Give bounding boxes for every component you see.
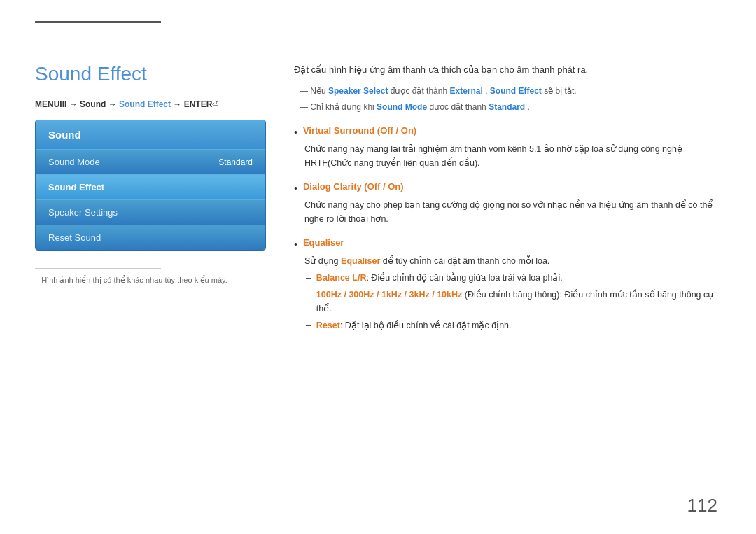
menu-path-suffix: → ENTER bbox=[171, 99, 212, 109]
note2-end: . bbox=[527, 102, 529, 112]
menu-path-highlight: Sound Effect bbox=[119, 99, 171, 109]
section-equaliser: • Equaliser Sử dụng Equaliser để tùy chỉ… bbox=[294, 236, 721, 335]
note1-mid: được đặt thành bbox=[391, 86, 450, 96]
eq-balance-label: Balance L/R bbox=[316, 273, 367, 283]
menu-path: MENUIII → Sound → Sound Effect → ENTER⏎ bbox=[35, 99, 266, 109]
menu-item-sound-effect-label: Sound Effect bbox=[48, 182, 104, 192]
menu-item-reset-sound-label: Reset Sound bbox=[48, 232, 101, 243]
sound-menu-title: Sound bbox=[36, 120, 265, 149]
menu-item-sound-mode-label: Sound Mode bbox=[48, 157, 100, 167]
eq-highlight: Equaliser bbox=[341, 256, 380, 266]
enter-icon: ⏎ bbox=[212, 100, 218, 108]
divider bbox=[35, 268, 161, 269]
bullet-virtual-surround: • Virtual Surround (Off / On) Chức năng … bbox=[294, 124, 721, 170]
menu-item-sound-mode[interactable]: Sound Mode Standard bbox=[36, 149, 265, 174]
note2-mid: được đặt thành bbox=[429, 102, 489, 112]
section-eq-title: Equaliser bbox=[303, 236, 721, 251]
note1-mid2: , bbox=[485, 86, 490, 96]
footnote: – Hình ảnh hiển thị có thể khác nhau tùy… bbox=[35, 276, 266, 285]
note2-before: Chỉ khả dụng khi bbox=[310, 102, 377, 112]
sub-dash-1: – bbox=[306, 271, 311, 285]
eq-sub-balance: – Balance L/R: Điều chỉnh độ cân bằng gi… bbox=[306, 271, 721, 285]
note1-before: Nếu bbox=[310, 86, 328, 96]
top-line-light bbox=[161, 22, 721, 22]
eq-freq-label: 100Hz / 300Hz / 1kHz / 3kHz / 10kHz bbox=[316, 290, 462, 300]
section-dc-title: Dialog Clarity (Off / On) bbox=[303, 180, 721, 195]
section-dialog-clarity: • Dialog Clarity (Off / On) Chức năng nà… bbox=[294, 180, 721, 226]
eq-sub-list: – Balance L/R: Điều chỉnh độ cân bằng gi… bbox=[306, 271, 721, 332]
bullet-dot-2: • bbox=[294, 181, 298, 196]
vs-title-text: Virtual Surround bbox=[303, 125, 377, 136]
section-eq-content: Equaliser Sử dụng Equaliser để tùy chỉnh… bbox=[303, 236, 721, 335]
eq-sub-freq: – 100Hz / 300Hz / 1kHz / 3kHz / 10kHz (Đ… bbox=[306, 288, 721, 316]
note1-bold2: External bbox=[449, 86, 482, 96]
intro-text: Đặt cấu hình hiệu ứng âm thanh ưa thích … bbox=[294, 63, 721, 78]
page-number: 112 bbox=[687, 495, 718, 517]
bullet-dialog-clarity: • Dialog Clarity (Off / On) Chức năng nà… bbox=[294, 180, 721, 226]
sub-dash-3: – bbox=[306, 318, 311, 332]
section-vs-body: Chức năng này mang lại trải nghiệm âm th… bbox=[304, 142, 721, 170]
sound-menu-box: Sound Sound Mode Standard Sound Effect S… bbox=[35, 120, 266, 251]
menu-item-sound-mode-value: Standard bbox=[218, 157, 253, 167]
eq-reset-text: Reset: Đặt lại bộ điều chỉnh về cài đặt … bbox=[316, 318, 512, 332]
menu-item-speaker-settings-label: Speaker Settings bbox=[48, 207, 118, 218]
menu-path-prefix: MENUIII → Sound → bbox=[35, 99, 119, 109]
eq-reset-label: Reset bbox=[316, 321, 340, 330]
menu-item-reset-sound[interactable]: Reset Sound bbox=[36, 225, 265, 250]
eq-sub-reset: – Reset: Đặt lại bộ điều chỉnh về cài đặ… bbox=[306, 318, 721, 332]
eq-freq-text: 100Hz / 300Hz / 1kHz / 3kHz / 10kHz (Điề… bbox=[316, 288, 721, 316]
dc-title-text: Dialog Clarity bbox=[303, 181, 364, 192]
left-column: Sound Effect MENUIII → Sound → Sound Eff… bbox=[35, 63, 266, 344]
section-eq-body: Sử dụng Equaliser để tùy chỉnh cài đặt â… bbox=[304, 254, 721, 268]
note-line-2: — Chỉ khả dụng khi Sound Mode được đặt t… bbox=[294, 101, 721, 114]
bullet-dot-3: • bbox=[294, 237, 298, 252]
section-vs-title: Virtual Surround (Off / On) bbox=[303, 124, 721, 139]
bullet-dot-1: • bbox=[294, 125, 298, 140]
note1-dash: — bbox=[300, 86, 310, 96]
note1-end: sẽ bị tắt. bbox=[544, 86, 576, 96]
note1-bold1: Speaker Select bbox=[328, 86, 388, 96]
sub-dash-2: – bbox=[306, 288, 311, 302]
section-dc-body: Chức năng này cho phép bạn tăng cường độ… bbox=[304, 198, 721, 226]
note1-highlight: Sound Effect bbox=[490, 86, 542, 96]
eq-title-text: Equaliser bbox=[303, 237, 344, 248]
page-title: Sound Effect bbox=[35, 63, 266, 85]
section-dc-content: Dialog Clarity (Off / On) Chức năng này … bbox=[303, 180, 721, 226]
section-vs-content: Virtual Surround (Off / On) Chức năng nà… bbox=[303, 124, 721, 170]
bullet-equaliser: • Equaliser Sử dụng Equaliser để tùy chỉ… bbox=[294, 236, 721, 335]
eq-balance-text: Balance L/R: Điều chỉnh độ cân bằng giữa… bbox=[316, 271, 563, 285]
top-decoration bbox=[35, 21, 721, 23]
note2-highlight2: Standard bbox=[489, 102, 525, 112]
note-line-1: — Nếu Speaker Select được đặt thành Exte… bbox=[294, 85, 721, 98]
note2-dash: — bbox=[300, 102, 310, 112]
right-column: Đặt cấu hình hiệu ứng âm thanh ưa thích … bbox=[294, 63, 721, 344]
vs-off-on: (Off / On) bbox=[377, 125, 416, 136]
top-line-dark bbox=[35, 21, 161, 23]
dc-off-on: (Off / On) bbox=[364, 181, 403, 192]
menu-item-speaker-settings[interactable]: Speaker Settings bbox=[36, 199, 265, 225]
menu-item-sound-effect[interactable]: Sound Effect bbox=[36, 174, 265, 199]
section-virtual-surround: • Virtual Surround (Off / On) Chức năng … bbox=[294, 124, 721, 170]
note2-highlight1: Sound Mode bbox=[377, 102, 427, 112]
